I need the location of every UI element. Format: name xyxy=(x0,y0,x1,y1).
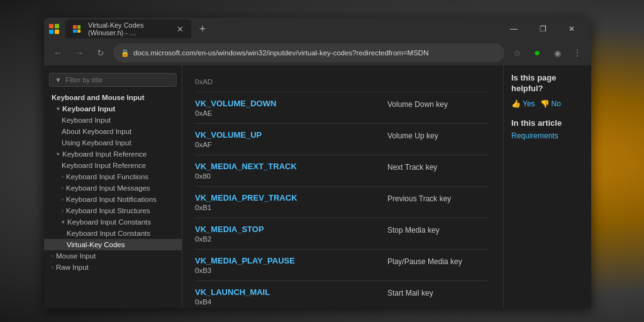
sidebar-label: Keyboard Input Reference xyxy=(62,162,146,169)
sidebar-label: Virtual-Key Codes xyxy=(67,241,125,248)
address-bar: ← → ↻ 🔒 docs.microsoft.com/en-us/windows… xyxy=(44,40,591,65)
chevron-right-icon: › xyxy=(62,174,64,180)
vk-entry-volume-down: VK_VOLUME_DOWN 0xAE Volume Down key xyxy=(195,92,488,124)
chevron-right-icon: › xyxy=(62,185,64,191)
sidebar-item-keyboard-constants-link[interactable]: Keyboard Input Constants xyxy=(44,228,182,239)
doc-inner: 0xAD VK_VOLUME_DOWN 0xAE Volume Down key xyxy=(182,65,503,308)
sidebar-item-keyboard-functions[interactable]: › Keyboard Input Functions xyxy=(44,171,182,182)
vk-entry-media-next-track: VK_MEDIA_NEXT_TRACK 0x80 Next Track key xyxy=(195,155,488,187)
vk-row: VK_MEDIA_STOP 0xB2 Stop Media key xyxy=(195,225,488,243)
sidebar-label: About Keyboard Input xyxy=(62,128,131,135)
vk-left: 0xAD xyxy=(195,77,362,86)
filter-input[interactable] xyxy=(65,76,171,84)
browser-window: Virtual-Key Codes (Winuser.h) - … ✕ + — … xyxy=(44,18,591,308)
vk-code: 0xAF xyxy=(195,141,362,148)
sidebar-item-about-keyboard[interactable]: About Keyboard Input xyxy=(44,126,182,137)
sidebar-item-mouse-input[interactable]: › Mouse Input xyxy=(44,250,182,262)
sidebar-item-keyboard-messages[interactable]: › Keyboard Input Messages xyxy=(44,182,182,194)
profile-icon[interactable]: ● xyxy=(528,44,546,62)
vk-row: VK_LAUNCH_MAIL 0xB4 Start Mail key xyxy=(195,287,488,306)
vk-desc: Stop Media key xyxy=(362,225,488,235)
maximize-button[interactable]: ❐ xyxy=(528,18,557,40)
sidebar-item-keyboard-constants[interactable]: ▾ Keyboard Input Constants xyxy=(44,216,182,228)
vk-row: VK_VOLUME_DOWN 0xAE Volume Down key xyxy=(195,99,488,117)
tab-title: Virtual-Key Codes (Winuser.h) - … xyxy=(88,21,170,36)
sidebar-label: Using Keyboard Input xyxy=(62,139,131,147)
vk-code: 0xAD xyxy=(195,78,362,86)
lock-icon: 🔒 xyxy=(121,49,130,57)
vk-code: 0xAE xyxy=(195,109,362,117)
close-button[interactable]: ✕ xyxy=(557,18,586,40)
filter-box[interactable]: ▼ xyxy=(49,73,177,87)
chevron-right-icon: › xyxy=(52,264,53,270)
sidebar-label: Keyboard Input Constants xyxy=(67,218,151,226)
vk-code: 0x80 xyxy=(195,172,362,180)
thumbs-down-icon: 👎 xyxy=(540,99,550,108)
address-actions: ☆ ● ◉ ⋮ xyxy=(508,44,586,62)
vk-code: 0xB3 xyxy=(195,267,362,274)
vk-desc: Start Mail key xyxy=(362,287,488,297)
vk-name: VK_MEDIA_PLAY_PAUSE xyxy=(195,256,362,265)
vk-entry-media-play-pause: VK_MEDIA_PLAY_PAUSE 0xB3 Play/Pause Medi… xyxy=(195,250,488,281)
chevron-right-icon: › xyxy=(62,208,64,214)
helpful-title: Is this page helpful? xyxy=(511,73,584,94)
helpful-buttons: 👍 Yes 👎 No xyxy=(511,99,584,108)
back-button[interactable]: ← xyxy=(49,44,67,62)
sidebar-item-keyboard-ref[interactable]: ▾ Keyboard Input Reference xyxy=(44,148,182,160)
no-button[interactable]: 👎 No xyxy=(540,99,561,108)
new-tab-button[interactable]: + xyxy=(194,20,211,38)
vk-left: VK_MEDIA_PREV_TRACK 0xB1 xyxy=(195,193,362,211)
yes-button[interactable]: 👍 Yes xyxy=(511,99,535,108)
forward-button[interactable]: → xyxy=(70,44,88,62)
doc-area: 0xAD VK_VOLUME_DOWN 0xAE Volume Down key xyxy=(182,65,503,308)
content-area: ▼ Keyboard and Mouse Input ▾ Keyboard In… xyxy=(44,65,591,308)
vk-desc: Play/Pause Media key xyxy=(362,256,488,266)
vk-desc: Previous Track key xyxy=(362,193,488,203)
extension-icon[interactable]: ◉ xyxy=(548,44,566,62)
refresh-button[interactable]: ↻ xyxy=(92,44,109,62)
vk-left: VK_MEDIA_PLAY_PAUSE 0xB3 xyxy=(195,256,362,274)
chevron-down-icon: ▾ xyxy=(57,106,60,112)
tab-close-icon[interactable]: ✕ xyxy=(177,25,184,34)
vk-row: VK_MEDIA_NEXT_TRACK 0x80 Next Track key xyxy=(195,162,488,180)
right-panel: Is this page helpful? 👍 Yes 👎 No In this… xyxy=(503,65,591,308)
tab-favicon xyxy=(73,25,80,33)
filter-icon: ▼ xyxy=(55,76,62,84)
sidebar-label: Keyboard Input Constants xyxy=(67,230,150,237)
title-bar: Virtual-Key Codes (Winuser.h) - … ✕ + — … xyxy=(44,18,591,40)
sidebar-item-keyboard-input[interactable]: ▾ Keyboard Input xyxy=(44,103,182,114)
sidebar-label: Raw Input xyxy=(56,264,89,271)
vk-name: VK_LAUNCH_MAIL xyxy=(195,287,362,297)
vk-left: VK_MEDIA_STOP 0xB2 xyxy=(195,225,362,243)
sidebar-item-keyboard-notifications[interactable]: › Keyboard Input Notifications xyxy=(44,194,182,205)
chevron-down-icon: ▾ xyxy=(62,219,65,225)
url-bar[interactable]: 🔒 docs.microsoft.com/en-us/windows/win32… xyxy=(113,43,504,62)
vk-row: 0xAD xyxy=(195,77,488,86)
browser-tab[interactable]: Virtual-Key Codes (Winuser.h) - … ✕ xyxy=(65,19,191,38)
minimize-button[interactable]: — xyxy=(499,18,528,40)
chevron-right-icon: › xyxy=(62,196,64,203)
vk-row: VK_MEDIA_PLAY_PAUSE 0xB3 Play/Pause Medi… xyxy=(195,256,488,274)
vk-left: VK_VOLUME_DOWN 0xAE xyxy=(195,99,362,117)
sidebar-item-virtual-key-codes[interactable]: Virtual-Key Codes xyxy=(44,239,182,250)
favorite-icon[interactable]: ☆ xyxy=(508,44,526,62)
sidebar-item-keyboard-ref-link[interactable]: Keyboard Input Reference xyxy=(44,160,182,171)
sidebar-label: Mouse Input xyxy=(56,252,96,260)
sidebar-item-keyboard-structures[interactable]: › Keyboard Input Structures xyxy=(44,205,182,216)
requirements-link[interactable]: Requirements xyxy=(511,131,558,140)
vk-code: 0xB2 xyxy=(195,235,362,243)
window-controls: — ❐ ✕ xyxy=(499,18,586,40)
sidebar-item-keyboard-mouse[interactable]: Keyboard and Mouse Input xyxy=(44,92,182,103)
vk-row: VK_VOLUME_UP 0xAF Volume Up key xyxy=(195,130,488,148)
vk-name: VK_MEDIA_PREV_TRACK xyxy=(195,193,362,203)
chevron-right-icon: › xyxy=(52,253,53,259)
vk-entry-0xad: 0xAD xyxy=(195,70,488,92)
sidebar-item-using-keyboard[interactable]: Using Keyboard Input xyxy=(44,137,182,148)
no-label: No xyxy=(552,99,561,108)
yes-label: Yes xyxy=(523,99,535,108)
sidebar-item-raw-input[interactable]: › Raw Input xyxy=(44,262,182,273)
menu-icon[interactable]: ⋮ xyxy=(569,44,586,62)
vk-entry-media-prev-track: VK_MEDIA_PREV_TRACK 0xB1 Previous Track … xyxy=(195,187,488,218)
thumbs-up-icon: 👍 xyxy=(511,99,521,108)
sidebar-item-keyboard-input-link[interactable]: Keyboard Input xyxy=(44,114,182,126)
